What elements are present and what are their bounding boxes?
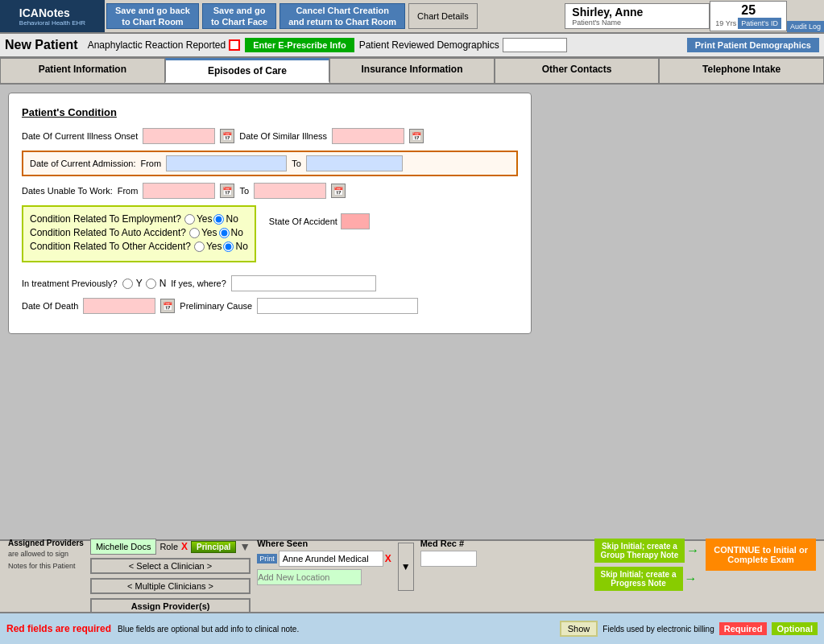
footer-blue-text: Blue fields are optional but add info to… xyxy=(118,625,299,634)
role-label: Role xyxy=(159,542,178,551)
med-rec-input[interactable] xyxy=(420,551,477,567)
employment-yes-label: Yes xyxy=(197,213,213,225)
date-of-death-input[interactable] xyxy=(83,298,155,314)
tab-telephone-intake[interactable]: Telephone Intake xyxy=(659,58,824,83)
audit-log-link[interactable]: Audit Log xyxy=(787,21,824,32)
admission-from-input[interactable] xyxy=(166,155,287,171)
unable-to-input[interactable] xyxy=(254,183,326,199)
treatment-y-radio[interactable] xyxy=(122,279,133,289)
employment-yes-radio[interactable] xyxy=(184,214,195,225)
auto-yes-radio[interactable] xyxy=(189,228,200,238)
page-title: New Patient xyxy=(5,38,78,52)
main-content: Patient's Condition Date Of Current Illn… xyxy=(0,85,824,540)
unable-to-work-row: Dates Unable To Work: From 📅 To 📅 xyxy=(22,183,518,199)
tab-insurance-information[interactable]: Insurance Information xyxy=(329,58,495,83)
unable-from-input[interactable] xyxy=(143,183,215,199)
action-buttons: Skip Initial; create a Group Therapy Not… xyxy=(594,539,700,591)
skip-progress-note-button[interactable]: Skip Initial; create a Progress Note xyxy=(594,567,683,591)
continue-button[interactable]: CONTINUE to Initial or Complete Exam xyxy=(706,539,816,571)
auto-no-label: No xyxy=(231,227,243,238)
admission-label: Date of Current Admission: xyxy=(30,159,135,168)
other-label: Condition Related To Other Accident? xyxy=(30,241,191,252)
similar-illness-input[interactable] xyxy=(332,128,404,144)
patient-id-label: Patient's ID xyxy=(738,18,781,29)
dropdown-arrow[interactable]: ▼ xyxy=(239,540,251,553)
similar-illness-calendar[interactable]: 📅 xyxy=(409,129,424,143)
bottom-panel: Assigned Providers are allowed to sign N… xyxy=(0,539,824,612)
location-name: Anne Arundel Medical xyxy=(279,551,383,567)
skip-group-therapy-button[interactable]: Skip Initial; create a Group Therapy Not… xyxy=(594,539,685,563)
footer-legend: Show Fields used by electronic billing R… xyxy=(560,621,818,637)
admission-to-input[interactable] xyxy=(306,155,403,171)
eprescribe-button[interactable]: Enter E-Prescribe Info xyxy=(245,38,354,52)
treatment-previously-row: In treatment Previously? Y N If yes, whe… xyxy=(22,275,518,291)
illness-onset-input[interactable] xyxy=(143,128,215,144)
auto-label: Condition Related To Auto Accident? xyxy=(30,227,186,238)
employment-radio-group: Yes No xyxy=(184,213,238,225)
patient-age: 19 Yrs xyxy=(715,19,736,27)
save-go-back-button[interactable]: Save and go back to Chart Room xyxy=(106,3,199,29)
preliminary-cause-input[interactable] xyxy=(257,298,418,314)
multiple-clinicians-button[interactable]: < Multiple Clinicians > xyxy=(90,578,251,594)
auto-no-radio[interactable] xyxy=(219,228,230,238)
admission-row: Date of Current Admission: From To xyxy=(22,151,518,176)
employment-no-label: No xyxy=(226,213,238,225)
cancel-chart-button[interactable]: Cancel Chart Creation and return to Char… xyxy=(279,3,405,29)
patient-name: Shirley, Anne xyxy=(572,6,702,19)
role-x-button[interactable]: X xyxy=(181,541,188,552)
provider-controls: Michelle Docs Role X Principal ▼ < Selec… xyxy=(90,539,251,614)
auto-accident-row: Condition Related To Auto Accident? Yes … xyxy=(30,227,248,238)
date-of-death-calendar[interactable]: 📅 xyxy=(160,299,175,313)
add-location-input[interactable] xyxy=(257,569,362,585)
auto-radio-group: Yes No xyxy=(189,227,243,238)
other-radio-group: Yes No xyxy=(194,241,248,252)
treatment-y-label: Y xyxy=(136,278,143,289)
footer-billing-text: Fields used by electronic billing xyxy=(602,625,714,634)
tab-patient-information[interactable]: Patient Information xyxy=(0,58,165,83)
skip-progress-arrow: → xyxy=(685,572,698,586)
principal-button[interactable]: Principal xyxy=(191,541,236,553)
location-x-button[interactable]: X xyxy=(385,553,391,564)
employment-no-radio[interactable] xyxy=(213,214,224,225)
where-seen-dropdown[interactable]: ▼ xyxy=(398,543,414,591)
show-button[interactable]: Show xyxy=(560,621,598,637)
provider-name: Michelle Docs xyxy=(90,539,156,555)
where-seen-label: Where Seen xyxy=(257,539,391,548)
section-title: Patient's Condition xyxy=(22,106,518,118)
illness-dates-row: Date Of Current Illness Onset 📅 Date Of … xyxy=(22,128,518,144)
patients-condition-card: Patient's Condition Date Of Current Illn… xyxy=(8,93,532,334)
skip-group-arrow: → xyxy=(686,543,699,558)
anaphylactic-checkbox[interactable] xyxy=(229,39,240,51)
patient-info-block: Shirley, Anne Patient's Name 25 19 Yrs P… xyxy=(565,0,824,32)
unable-from-calendar[interactable]: 📅 xyxy=(220,184,234,198)
print-demographics-button[interactable]: Print Patient Demographics xyxy=(687,38,819,52)
patient-reviewed-input[interactable] xyxy=(503,38,567,52)
tab-other-contacts[interactable]: Other Contacts xyxy=(495,58,660,83)
treatment-n-radio[interactable] xyxy=(146,279,156,289)
providers-sublabel1: are allowed to sign xyxy=(8,550,84,559)
save-go-face-button[interactable]: Save and go to Chart Face xyxy=(202,3,276,29)
red-required-text: Red fields are required xyxy=(6,623,111,634)
anaphylactic-area: Anaphylactic Reaction Reported xyxy=(88,39,240,51)
assigned-providers-label: Assigned Providers xyxy=(8,539,84,547)
if-yes-where-label: If yes, where? xyxy=(171,279,226,288)
location-print-button[interactable]: Print xyxy=(257,554,277,564)
admission-to-label: To xyxy=(292,159,301,168)
illness-onset-calendar[interactable]: 📅 xyxy=(220,129,234,143)
unable-to-calendar[interactable]: 📅 xyxy=(331,184,346,198)
employment-row: Condition Related To Employment? Yes No xyxy=(30,213,248,225)
patient-id-number: 25 xyxy=(741,3,756,18)
logo-area: ICANotes Behavioral Health EHR xyxy=(0,0,105,32)
providers-sublabel2: Notes for this Patient xyxy=(8,562,84,572)
tab-episodes-of-care[interactable]: Episodes of Care xyxy=(165,58,330,83)
state-accident-input[interactable] xyxy=(341,213,370,229)
state-accident-label: State Of Accident xyxy=(269,217,337,226)
other-no-radio[interactable] xyxy=(223,242,234,252)
other-yes-radio[interactable] xyxy=(194,242,205,252)
chart-details-button[interactable]: Chart Details xyxy=(408,3,478,29)
other-no-label: No xyxy=(235,241,247,252)
select-clinician-button[interactable]: < Select a Clinician > xyxy=(90,558,251,574)
if-yes-where-input[interactable] xyxy=(231,275,376,291)
unable-to-label: To xyxy=(239,186,249,196)
clinician-buttons: < Select a Clinician > < Multiple Clinic… xyxy=(90,558,251,614)
